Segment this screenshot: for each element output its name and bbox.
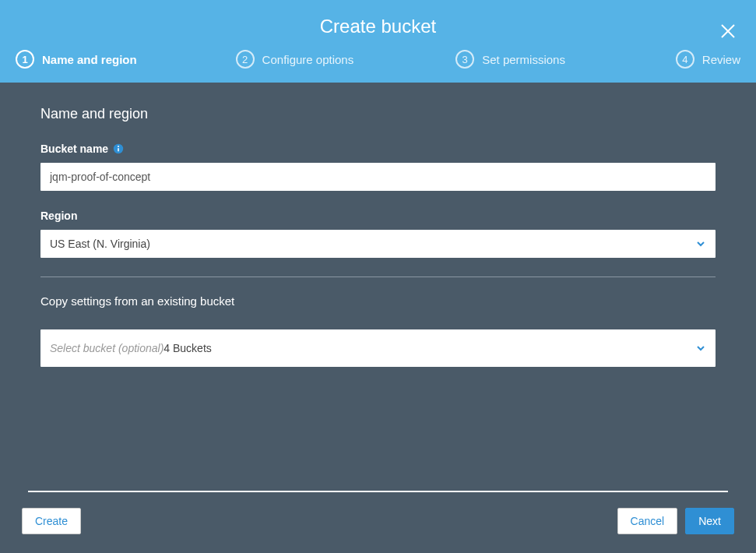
step-label: Name and region <box>42 53 137 66</box>
step-number-icon: 1 <box>16 50 34 69</box>
copy-settings-text-wrap: Select bucket (optional)4 Buckets <box>50 341 689 355</box>
chevron-down-icon <box>695 343 706 354</box>
modal-body: Name and region Bucket name Region US Ea… <box>0 83 756 491</box>
bucket-name-label: Bucket name <box>40 143 108 155</box>
step-set-permissions[interactable]: 3 Set permissions <box>455 50 676 69</box>
field-label-row: Bucket name <box>40 143 716 155</box>
chevron-down-icon <box>695 238 706 249</box>
footer-buttons: Create Cancel Next <box>22 508 734 534</box>
region-select-value: US East (N. Virginia) <box>50 238 689 250</box>
modal-header: Create bucket 1 Name and region 2 Config… <box>0 0 756 83</box>
step-review[interactable]: 4 Review <box>676 50 740 69</box>
cancel-button[interactable]: Cancel <box>617 508 678 534</box>
section-title: Name and region <box>40 106 716 122</box>
copy-settings-suffix: 4 Buckets <box>164 342 211 354</box>
divider <box>40 276 716 277</box>
step-configure-options[interactable]: 2 Configure options <box>236 50 456 69</box>
create-bucket-modal: Create bucket 1 Name and region 2 Config… <box>0 0 756 553</box>
svg-rect-3 <box>118 148 119 152</box>
copy-settings-label: Copy settings from an existing bucket <box>40 294 716 308</box>
field-label-row: Region <box>40 210 716 222</box>
copy-settings-placeholder: Select bucket (optional) <box>50 342 164 354</box>
region-select[interactable]: US East (N. Virginia) <box>40 230 716 258</box>
step-name-and-region[interactable]: 1 Name and region <box>16 50 236 69</box>
step-number-icon: 3 <box>455 50 474 69</box>
bucket-name-input[interactable] <box>40 163 716 191</box>
modal-title: Create bucket <box>0 0 756 50</box>
modal-footer: Create Cancel Next <box>0 491 756 553</box>
step-label: Review <box>702 53 740 66</box>
step-number-icon: 4 <box>676 50 694 69</box>
region-label: Region <box>40 210 77 222</box>
close-icon <box>719 30 737 43</box>
bucket-name-field-group: Bucket name <box>40 143 716 191</box>
svg-point-4 <box>118 146 119 147</box>
region-field-group: Region US East (N. Virginia) <box>40 210 716 258</box>
create-button[interactable]: Create <box>22 508 81 534</box>
wizard-steps: 1 Name and region 2 Configure options 3 … <box>0 50 756 83</box>
copy-settings-select[interactable]: Select bucket (optional)4 Buckets <box>40 329 716 367</box>
step-label: Configure options <box>262 53 354 66</box>
next-button[interactable]: Next <box>685 508 734 534</box>
info-icon[interactable] <box>113 143 124 154</box>
step-label: Set permissions <box>482 53 565 66</box>
close-button[interactable] <box>719 22 737 41</box>
step-number-icon: 2 <box>236 50 255 69</box>
footer-divider <box>28 491 728 492</box>
